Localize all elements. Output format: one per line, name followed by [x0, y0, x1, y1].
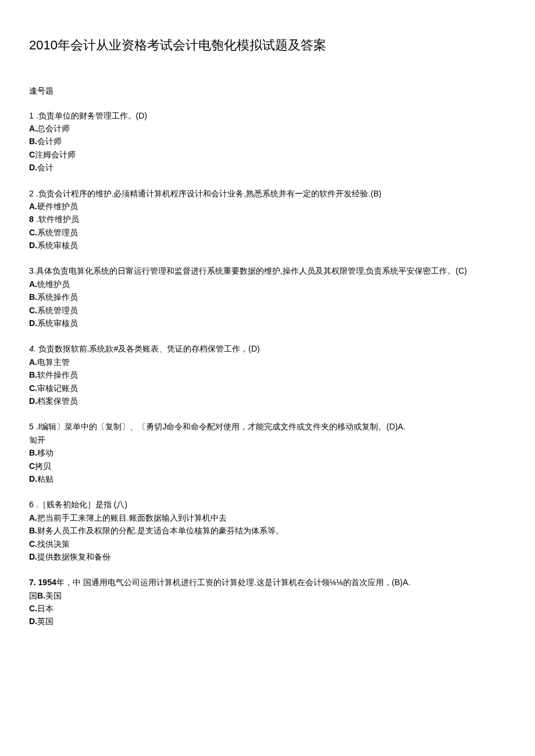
- q1-option-a: A.总会计师: [29, 122, 506, 135]
- q1-body: 负责单位的财务管理工作。(D): [38, 111, 147, 120]
- q2-option-b: 8 .软件维护员: [29, 213, 506, 225]
- q1-num: 1: [29, 111, 34, 120]
- question-5-text: 5 .I编辑〕菜单中的〔复制〕、〔勇切J命令和命令配对使用，才能完成文件或文件夹…: [29, 420, 506, 433]
- q1-opt-d-text: 会计: [37, 163, 54, 172]
- q6-opt-b-text: 财务人员工作及权限的分配.是支适合本单位核算的豪芬结为体系等。: [37, 526, 284, 535]
- q3-opt-a-label: A.: [29, 280, 37, 289]
- q7-right1: 国通用电气公司运用计算机进行工资的计算处理.这是计算机在会计领⅛⅛的首次应用，(…: [83, 578, 411, 587]
- q4-opt-b-label: B.: [29, 370, 37, 379]
- q2-opt-b-label: 8: [29, 214, 34, 224]
- q3-opt-c-text: 系统管理员: [37, 306, 78, 315]
- q3-opt-b-text: 系统操作员: [37, 292, 78, 302]
- q2-opt-a-label: A.: [29, 202, 37, 211]
- q2-opt-a-text: 硬件维护员: [37, 202, 78, 211]
- question-1: 1 .负责单位的财务管理工作。(D) A.总会计师 B.会计师 C注姆会计师 D…: [29, 109, 506, 174]
- q5-body: 编辑〕菜单中的〔复制〕、〔勇切J命令和命令配对使用，才能完成文件或文件夹的移动或…: [40, 422, 405, 431]
- q5-option-b: B.移动: [29, 446, 506, 459]
- q7-opt-d-text: 英国: [37, 617, 54, 626]
- q7-row2: 国B.美国: [29, 589, 506, 602]
- q1-opt-a-label: A.: [29, 124, 37, 133]
- q7-left1-b: 1954: [38, 578, 56, 587]
- q3-opt-c-label: C.: [29, 306, 37, 315]
- question-7: 7. 1954年，中 国通用电气公司运用计算机进行工资的计算处理.这是计算机在会…: [29, 576, 506, 628]
- q4-option-a: A.电算主管: [29, 356, 506, 368]
- q6-num: 6: [29, 500, 34, 509]
- q1-opt-c-label: C: [29, 150, 35, 159]
- q6-opt-c-label: C.: [29, 539, 37, 549]
- q4-body: 负责数抠软前.系统款#及各类账表、凭证的存档保管工作，(D): [38, 344, 260, 353]
- q3-option-c: C.系统管理员: [29, 304, 506, 317]
- q6-opt-d-label: D.: [29, 552, 37, 561]
- q4-opt-c-label: C.: [29, 384, 37, 393]
- q1-opt-a-text: 总会计师: [37, 124, 70, 133]
- q5-opt-b-label: B.: [29, 448, 37, 457]
- q5-sep: .I: [34, 422, 41, 431]
- question-3-text: 3.具体负责电算化系统的日甯运行管理和监督进行系统重要数据的维护,操作人员及其权…: [29, 264, 506, 277]
- q1-option-c: C注姆会计师: [29, 148, 506, 161]
- q4-option-c: C.审核记账员: [29, 382, 506, 395]
- q6-opt-c-text: 找供决策: [37, 539, 70, 549]
- q7-num: 7.: [29, 578, 36, 587]
- q3-opt-b-label: B.: [29, 292, 37, 302]
- q7-opt-d-label: D.: [29, 617, 37, 626]
- q4-opt-c-text: 审核记账员: [37, 384, 78, 393]
- q7-right2b: 美国: [45, 591, 62, 600]
- q2-option-a: A.硬件维护员: [29, 200, 506, 213]
- q4-option-b: B.软件操作员: [29, 368, 506, 381]
- question-1-text: 1 .负责单位的财务管理工作。(D): [29, 109, 506, 122]
- q1-opt-c-text: 注姆会计师: [35, 150, 76, 159]
- q3-option-d: D.系统审核员: [29, 317, 506, 329]
- q7-opt-c-text: 日本: [37, 604, 54, 613]
- q2-num: 2: [29, 189, 34, 198]
- q6-sep: .: [34, 500, 38, 509]
- q6-body: ［贱务初始化］是指 (八): [38, 500, 127, 509]
- q6-opt-d-text: 提供数据恢复和备份: [37, 552, 110, 561]
- question-4: 4. 负责数抠软前.系统款#及各类账表、凭证的存档保管工作，(D) A.电算主管…: [29, 342, 506, 407]
- q5-trailing: 匐开: [29, 433, 506, 446]
- q6-option-d: D.提供数据恢复和备份: [29, 550, 506, 563]
- q2-option-c: C.系统管理员: [29, 226, 506, 239]
- q4-num: 4.: [29, 344, 36, 353]
- q1-option-d: D.会计: [29, 161, 506, 174]
- q4-opt-b-text: 软件操作员: [37, 370, 78, 379]
- q6-option-c: C.找供决策: [29, 538, 506, 550]
- q3-num: 3.: [29, 266, 36, 275]
- q3-opt-d-label: D.: [29, 318, 37, 328]
- section-label: 逢号题: [29, 84, 506, 97]
- q6-opt-b-label: B.: [29, 526, 37, 535]
- q1-opt-b-text: 会计师: [37, 137, 62, 146]
- q1-opt-d-label: D.: [29, 163, 37, 172]
- q5-opt-d-text: 粘贴: [37, 474, 54, 483]
- q7-opt-c-label: C.: [29, 604, 37, 613]
- q5-num: 5: [29, 422, 34, 431]
- q6-opt-a-label: A.: [29, 513, 37, 522]
- q2-opt-c-label: C.: [29, 228, 37, 237]
- q3-body: 具体负责电算化系统的日甯运行管理和监督进行系统重要数据的维护,操作人员及其权限管…: [36, 266, 467, 275]
- q5-option-c: C拷贝: [29, 460, 506, 472]
- q7-left-suffix: 年，中: [56, 578, 81, 587]
- question-5: 5 .I编辑〕菜单中的〔复制〕、〔勇切J命令和命令配对使用，才能完成文件或文件夹…: [29, 420, 506, 485]
- q2-body: 负责会计程序的维护.必须精通计算机程序设计和会计业务,熟悉系统并有一定的软件开发…: [38, 189, 381, 198]
- q4-opt-d-text: 档案保管员: [37, 396, 78, 406]
- q6-option-a: A.把当前手工来簿上的账目.账面数据输入到计算机中去: [29, 511, 506, 524]
- q1-option-b: B.会计师: [29, 135, 506, 148]
- question-2: 2 .负责会计程序的维护.必须精通计算机程序设计和会计业务,熟悉系统并有一定的软…: [29, 187, 506, 252]
- q1-opt-b-label: B.: [29, 137, 37, 146]
- question-6: 6 .［贱务初始化］是指 (八) A.把当前手工来簿上的账目.账面数据输入到计算…: [29, 498, 506, 563]
- q6-option-b: B.财务人员工作及权限的分配.是支适合本单位核算的豪芬结为体系等。: [29, 524, 506, 537]
- question-4-text: 4. 负责数抠软前.系统款#及各类账表、凭证的存档保管工作，(D): [29, 342, 506, 355]
- q7-row1: 7. 1954年，中 国通用电气公司运用计算机进行工资的计算处理.这是计算机在会…: [29, 576, 506, 589]
- question-3: 3.具体负责电算化系统的日甯运行管理和监督进行系统重要数据的维护,操作人员及其权…: [29, 264, 506, 329]
- q5-option-d: D.粘贴: [29, 472, 506, 485]
- q5-opt-d-label: D.: [29, 474, 37, 483]
- q6-opt-a-text: 把当前手工来簿上的账目.账面数据输入到计算机中去: [37, 513, 227, 522]
- q2-sep: .: [34, 189, 38, 198]
- q2-option-d: D.系统审核员: [29, 239, 506, 252]
- q5-opt-c-text: 拷贝: [35, 461, 51, 471]
- q7-left1: 1954: [38, 578, 56, 587]
- q7-right2: B.: [37, 591, 45, 600]
- q5-opt-c-label: C: [29, 461, 35, 471]
- q5-opt-b-text: 移动: [37, 448, 54, 457]
- q3-opt-d-text: 系统审核员: [37, 318, 78, 328]
- question-2-text: 2 .负责会计程序的维护.必须精通计算机程序设计和会计业务,熟悉系统并有一定的软…: [29, 187, 506, 200]
